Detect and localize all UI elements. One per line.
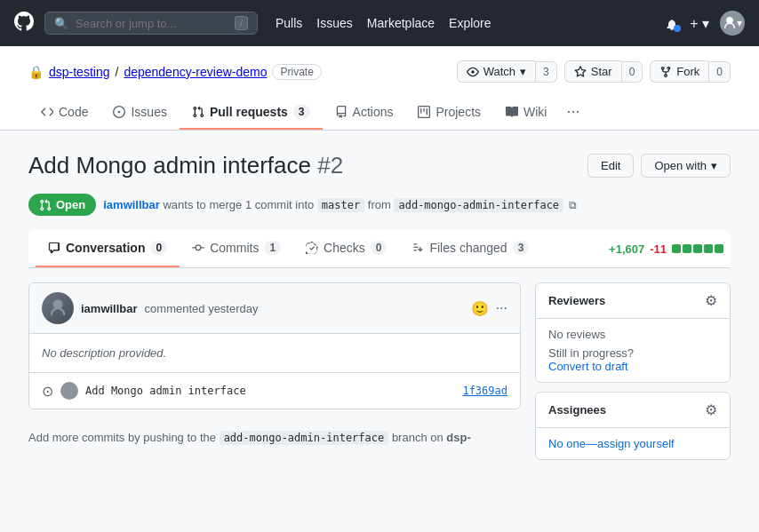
assign-yourself-link[interactable]: No one—assign yourself xyxy=(548,437,675,450)
open-with-label: Open with xyxy=(654,159,707,172)
pr-base-branch: master xyxy=(317,198,364,212)
tabs-more-button[interactable]: ··· xyxy=(559,93,587,130)
pr-tab-conversation-count: 0 xyxy=(150,241,167,255)
comment-more-button[interactable]: ··· xyxy=(496,300,507,316)
notifications-wrapper xyxy=(665,16,679,30)
watch-button[interactable]: Watch ▾ xyxy=(457,60,535,83)
repo-owner-link[interactable]: dsp-testing xyxy=(49,65,109,79)
additions-count: +1,607 xyxy=(609,242,644,256)
repo-actions: Watch ▾ 3 Star 0 Fork 0 xyxy=(457,60,731,83)
pr-footer-text: Add more commits by pushing to the add-m… xyxy=(28,420,521,455)
comment-action: commented yesterday xyxy=(145,302,259,315)
watch-dropdown-arrow: ▾ xyxy=(520,65,526,78)
pr-tab-checks-count: 0 xyxy=(371,241,387,255)
nav-explore[interactable]: Explore xyxy=(449,16,491,30)
pr-body: iamwillbar commented yesterday 🙂 ··· No … xyxy=(28,282,731,469)
nav-pulls[interactable]: Pulls xyxy=(276,16,302,30)
tab-issues[interactable]: Issues xyxy=(100,96,179,130)
comment-body-text: No description provided. xyxy=(42,346,166,360)
pr-title: Add Mongo admin interface #2 xyxy=(28,152,343,179)
breadcrumb-slash: / xyxy=(115,65,118,79)
search-bar[interactable]: 🔍 / xyxy=(44,12,258,35)
tab-pull-requests[interactable]: Pull requests 3 xyxy=(180,96,323,130)
convert-to-draft-link[interactable]: Convert to draft xyxy=(548,360,628,373)
search-icon: 🔍 xyxy=(54,17,68,30)
star-count[interactable]: 0 xyxy=(621,61,643,83)
open-with-dropdown-arrow: ▾ xyxy=(711,159,717,172)
tab-code[interactable]: Code xyxy=(28,96,100,130)
pr-tab-checks-label: Checks xyxy=(324,241,365,255)
reviewers-body: No reviews Still in progress? Convert to… xyxy=(536,319,730,382)
open-with-button[interactable]: Open with ▾ xyxy=(641,154,731,178)
assignees-body: No one—assign yourself xyxy=(536,428,730,459)
notification-dot xyxy=(674,25,681,32)
assignees-gear-button[interactable]: ⚙ xyxy=(705,401,717,418)
pr-title-actions: Edit Open with ▾ xyxy=(587,154,731,178)
avatar[interactable]: ▾ xyxy=(720,11,745,36)
pr-tab-checks[interactable]: Checks 0 xyxy=(293,230,399,267)
star-button[interactable]: Star xyxy=(564,60,621,83)
repo-header-top: 🔒 dsp-testing / dependency-review-demo P… xyxy=(28,60,731,83)
pr-title-row: Add Mongo admin interface #2 Edit Open w… xyxy=(28,152,731,179)
tab-actions-label: Actions xyxy=(353,105,394,119)
diff-seg-2 xyxy=(683,244,691,253)
copy-branch-icon[interactable]: ⧉ xyxy=(569,199,577,211)
pr-author-link[interactable]: iamwillbar xyxy=(103,198,160,211)
comment-actions: 🙂 ··· xyxy=(471,300,507,317)
fork-button[interactable]: Fork xyxy=(650,60,708,83)
nav-issues[interactable]: Issues xyxy=(316,16,352,30)
reviewers-section: Reviewers ⚙ No reviews Still in progress… xyxy=(535,282,731,383)
comment-author: iamwillbar xyxy=(81,302,138,315)
main-content: Add Mongo admin interface #2 Edit Open w… xyxy=(0,131,759,490)
repo-header: 🔒 dsp-testing / dependency-review-demo P… xyxy=(0,46,759,131)
pr-tab-files-count: 3 xyxy=(513,241,530,255)
search-input[interactable] xyxy=(76,17,228,30)
nav-marketplace[interactable]: Marketplace xyxy=(367,16,435,30)
pr-number: #2 xyxy=(317,152,343,179)
pr-status-label: Open xyxy=(56,198,85,211)
assignees-label: Assignees xyxy=(548,403,606,417)
nav-links: Pulls Issues Marketplace Explore xyxy=(276,16,491,30)
reviewers-in-progress: Still in progress? Convert to draft xyxy=(548,346,717,373)
tab-wiki[interactable]: Wiki xyxy=(493,96,559,130)
star-button-group: Star 0 xyxy=(564,60,643,83)
pr-status-row: Open iamwillbar wants to merge 1 commit … xyxy=(28,194,731,216)
tab-wiki-label: Wiki xyxy=(523,105,547,119)
pr-head-branch: add-mongo-admin-interface xyxy=(394,198,563,212)
top-navigation: 🔍 / Pulls Issues Marketplace Explore + ▾… xyxy=(0,0,759,46)
deletions-count: -11 xyxy=(650,242,667,256)
tab-code-label: Code xyxy=(59,105,88,119)
slash-shortcut: / xyxy=(235,16,248,30)
reviewers-empty-text: No reviews xyxy=(548,328,717,341)
pr-sidebar: Reviewers ⚙ No reviews Still in progress… xyxy=(535,282,731,469)
edit-button[interactable]: Edit xyxy=(587,154,634,178)
commit-sha-link[interactable]: 1f369ad xyxy=(462,385,507,397)
fork-count[interactable]: 0 xyxy=(708,61,731,83)
github-logo[interactable] xyxy=(14,12,34,36)
tab-projects[interactable]: Projects xyxy=(405,96,493,130)
repo-name-link[interactable]: dependency-review-demo xyxy=(124,65,267,79)
reviewers-gear-button[interactable]: ⚙ xyxy=(705,292,717,309)
pr-diff-stats: +1,607 -11 xyxy=(609,235,723,263)
pr-tab-files-changed[interactable]: Files changed 3 xyxy=(399,230,541,267)
diff-seg-4 xyxy=(704,244,713,253)
reviewers-label: Reviewers xyxy=(548,294,605,307)
pr-tabs-bar: Conversation 0 Commits 1 Checks 0 Files … xyxy=(28,230,731,268)
comment-header: iamwillbar commented yesterday 🙂 ··· xyxy=(29,283,520,334)
emoji-reaction-button[interactable]: 🙂 xyxy=(471,300,489,317)
commit-dot-icon: ⊙ xyxy=(42,383,53,400)
pr-meta: iamwillbar wants to merge 1 commit into … xyxy=(103,198,576,211)
tab-pr-count: 3 xyxy=(293,105,310,119)
create-menu-button[interactable]: + ▾ xyxy=(690,15,709,32)
commit-row: ⊙ Add Mongo admin interface 1f369ad xyxy=(29,372,520,409)
watch-label: Watch xyxy=(483,65,515,78)
tab-actions[interactable]: Actions xyxy=(323,96,406,130)
diff-seg-5 xyxy=(715,244,723,253)
pr-tab-conversation[interactable]: Conversation 0 xyxy=(36,230,180,267)
private-badge: Private xyxy=(272,64,321,80)
pr-tab-commits-label: Commits xyxy=(210,241,259,255)
pr-open-badge: Open xyxy=(28,194,96,216)
watch-count[interactable]: 3 xyxy=(535,61,557,83)
pr-tab-commits[interactable]: Commits 1 xyxy=(180,230,293,267)
pr-tab-conversation-label: Conversation xyxy=(66,241,145,255)
